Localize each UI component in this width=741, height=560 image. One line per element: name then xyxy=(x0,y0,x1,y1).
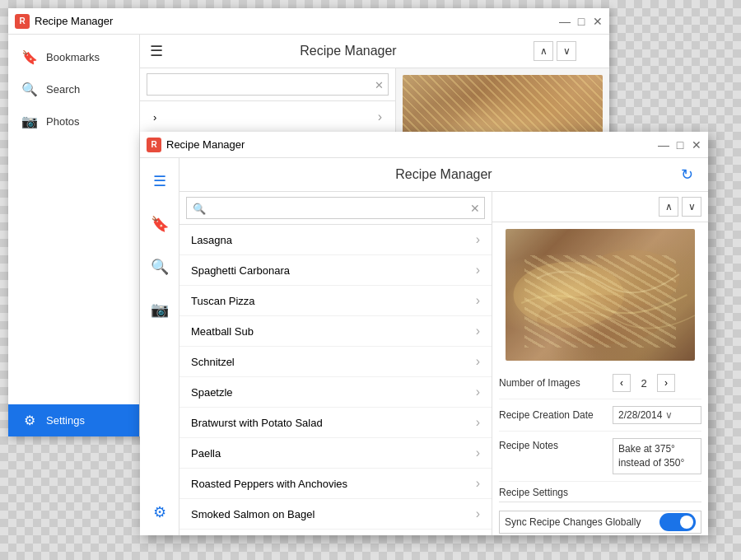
sidebar-item-bookmarks-bg[interactable]: 🔖 Bookmarks xyxy=(8,41,139,73)
w2-photos-icon[interactable]: 📷 xyxy=(147,296,173,323)
w2-sidebar: ☰ 🔖 🔍 📷 ⚙ xyxy=(140,158,179,535)
recipe-name-spaetzle: Spaetzle xyxy=(191,386,233,399)
maximize-btn-bg[interactable]: □ xyxy=(576,16,586,26)
recipe-name-paella: Paella xyxy=(191,447,221,460)
minimize-btn-bg[interactable]: — xyxy=(560,16,570,26)
svg-point-2 xyxy=(585,250,679,307)
image-counter: ‹ 2 › xyxy=(613,374,701,392)
sidebar-spacer-bg xyxy=(8,138,139,404)
search-clear-bg[interactable]: ✕ xyxy=(375,78,384,91)
sync-toggle[interactable] xyxy=(659,513,696,531)
w2-toolbar: Recipe Manager ↻ xyxy=(179,158,708,192)
hamburger-icon-bg[interactable]: ☰ xyxy=(150,42,163,60)
creation-date-row: Recipe Creation Date 2/28/2014 ∨ xyxy=(499,399,701,432)
w2-nav-down[interactable]: ∨ xyxy=(682,197,701,217)
w2-bookmarks-icon[interactable]: 🔖 xyxy=(147,211,173,237)
sidebar-item-settings-bg[interactable]: ⚙ Settings xyxy=(8,404,139,436)
search-input-bg[interactable] xyxy=(147,73,389,96)
sidebar-item-photos-bg[interactable]: 📷 Photos xyxy=(8,105,139,138)
creation-date-label: Recipe Creation Date xyxy=(499,409,606,421)
list-item[interactable]: Baked Beans with Bacon › xyxy=(179,530,492,535)
num-images-row: Number of Images ‹ 2 › xyxy=(499,367,701,399)
sync-row: Sync Recipe Changes Globally xyxy=(499,507,701,535)
settings-section-label: Recipe Settings xyxy=(499,487,701,502)
notes-label: Recipe Notes xyxy=(499,438,606,451)
date-select[interactable]: 2/28/2014 ∨ xyxy=(613,406,701,424)
app-icon-fg: R xyxy=(147,138,161,152)
sync-toggle-container: Sync Recipe Changes Globally xyxy=(499,511,701,534)
toolbar-bg: ☰ Recipe Manager ∧ ∨ xyxy=(140,35,609,68)
nav-down-btn-bg[interactable]: ∨ xyxy=(557,41,576,61)
titlebar-left-bg: R Recipe Manager xyxy=(15,14,113,29)
notes-row: Recipe Notes Bake at 375° instead of 350… xyxy=(499,432,701,482)
recipe-name-schnitzel: Schnitzel xyxy=(191,356,235,368)
recipe-name-meatball: Meatball Sub xyxy=(191,325,254,338)
w2-search-bar: 🔍 ✕ xyxy=(179,192,492,225)
w2-search-clear[interactable]: ✕ xyxy=(470,202,480,215)
chevron-icon-4: › xyxy=(476,354,480,369)
nav-arrows-bg: ∧ ∨ xyxy=(534,41,576,61)
search-icon-bg: 🔍 xyxy=(21,82,38,97)
num-images-label: Number of Images xyxy=(499,377,606,389)
list-item[interactable]: Spaetzle › xyxy=(179,377,492,408)
w2-nav-up[interactable]: ∧ xyxy=(659,197,678,217)
list-item[interactable]: Paella › xyxy=(179,438,492,469)
nav-up-btn-bg[interactable]: ∧ xyxy=(534,41,553,61)
w2-search-input[interactable] xyxy=(186,197,485,219)
sidebar-item-search-bg[interactable]: 🔍 Search xyxy=(8,73,139,105)
w2-search-icon[interactable]: 🔍 xyxy=(147,254,173,280)
sidebar-bg: 🔖 Bookmarks 🔍 Search 📷 Photos ⚙ Settings xyxy=(8,35,140,436)
list-item[interactable]: Spaghetti Carbonara › xyxy=(179,255,492,286)
counter-next-btn[interactable]: › xyxy=(657,374,675,392)
window-foreground: R Recipe Manager — □ ✕ ☰ 🔖 🔍 📷 ⚙ Recipe … xyxy=(140,132,708,535)
window-controls-bg: — □ ✕ xyxy=(560,16,603,26)
recipe-name-spaghetti: Spaghetti Carbonara xyxy=(191,264,290,277)
list-item[interactable]: Tuscan Pizza › xyxy=(179,286,492,316)
chevron-icon-9: › xyxy=(476,506,480,521)
recipe-name-peppers: Roasted Peppers with Anchovies xyxy=(191,478,347,490)
list-item[interactable]: Meatball Sub › xyxy=(179,316,492,347)
chevron-icon-2: › xyxy=(476,293,480,308)
notes-text[interactable]: Bake at 375° instead of 350° xyxy=(613,438,701,474)
list-item[interactable]: Smoked Salmon on Bagel › xyxy=(179,499,492,530)
w2-detail-panel: ∧ ∨ xyxy=(492,192,708,535)
counter-prev-btn[interactable]: ‹ xyxy=(613,374,631,392)
chevron-icon-3: › xyxy=(476,324,480,338)
chevron-icon-8: › xyxy=(476,476,480,491)
w2-refresh-btn[interactable]: ↻ xyxy=(675,163,698,186)
w2-main: 🔍 ✕ Lasagna › Spaghetti Carbonara › xyxy=(179,192,708,535)
detail-fields: Number of Images ‹ 2 › Recip xyxy=(492,367,708,482)
maximize-btn-fg[interactable]: □ xyxy=(675,140,685,150)
toolbar-title-bg: Recipe Manager xyxy=(163,44,534,58)
list-item[interactable]: Roasted Peppers with Anchovies › xyxy=(179,469,492,499)
minimize-btn-fg[interactable]: — xyxy=(659,140,669,150)
svg-point-3 xyxy=(537,295,663,344)
counter-value: 2 xyxy=(634,377,654,390)
w2-settings-icon[interactable]: ⚙ xyxy=(147,499,173,525)
food-image-fg xyxy=(506,229,695,361)
chevron-icon-1: › xyxy=(476,263,480,278)
window-body-fg: ☰ 🔖 🔍 📷 ⚙ Recipe Manager ↻ xyxy=(140,158,708,535)
recipe-name-lasagna: Lasagna xyxy=(191,234,232,246)
w2-content: Recipe Manager ↻ 🔍 ✕ xyxy=(179,158,708,535)
titlebar-bg: R Recipe Manager — □ ✕ xyxy=(8,8,609,35)
window-controls-fg: — □ ✕ xyxy=(659,140,701,150)
recipe-item-bg-1[interactable]: › › xyxy=(140,101,395,133)
sidebar-label-search-bg: Search xyxy=(46,83,80,96)
w2-nav-bar: ∧ ∨ xyxy=(492,192,708,222)
list-item[interactable]: Schnitzel › xyxy=(179,347,492,377)
sidebar-label-bookmarks-bg: Bookmarks xyxy=(46,51,100,63)
chevron-icon-7: › xyxy=(476,446,480,460)
list-item[interactable]: Lasagna › xyxy=(179,225,492,255)
recipe-name-tuscan: Tuscan Pizza xyxy=(191,295,255,307)
close-btn-bg[interactable]: ✕ xyxy=(593,16,603,26)
food-image-container-fg xyxy=(492,222,708,367)
sync-label: Sync Recipe Changes Globally xyxy=(505,516,659,528)
list-item[interactable]: Bratwurst with Potato Salad › xyxy=(179,408,492,438)
titlebar-left-fg: R Recipe Manager xyxy=(147,138,245,152)
recipe-name-bratwurst: Bratwurst with Potato Salad xyxy=(191,417,323,429)
w2-recipe-list: Lasagna › Spaghetti Carbonara › Tuscan P… xyxy=(179,225,492,535)
w2-hamburger-icon[interactable]: ☰ xyxy=(147,168,173,194)
chevron-icon-5: › xyxy=(476,385,480,399)
close-btn-fg[interactable]: ✕ xyxy=(692,140,701,150)
